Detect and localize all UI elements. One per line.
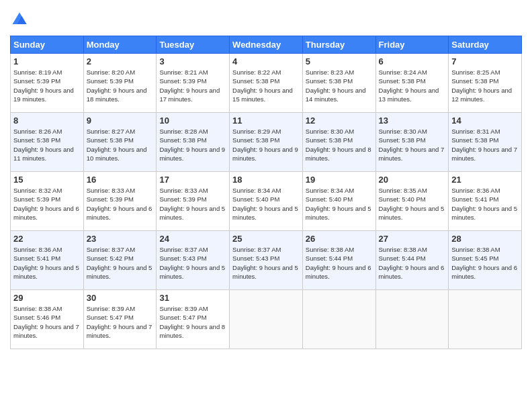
calendar-cell: 22 Sunrise: 8:36 AM Sunset: 5:41 PM Dayl… <box>11 231 84 290</box>
day-info: Sunrise: 8:37 AM Sunset: 5:42 PM Dayligh… <box>87 245 154 281</box>
day-number: 23 <box>87 234 154 244</box>
day-info: Sunrise: 8:31 AM Sunset: 5:38 PM Dayligh… <box>451 127 519 163</box>
calendar-cell <box>230 290 303 349</box>
day-number: 20 <box>379 175 446 185</box>
calendar-cell: 25 Sunrise: 8:37 AM Sunset: 5:43 PM Dayl… <box>230 231 303 290</box>
day-info: Sunrise: 8:33 AM Sunset: 5:39 PM Dayligh… <box>159 186 226 222</box>
calendar-cell: 20 Sunrise: 8:35 AM Sunset: 5:40 PM Dayl… <box>375 172 449 231</box>
day-number: 29 <box>13 293 81 303</box>
day-info: Sunrise: 8:26 AM Sunset: 5:38 PM Dayligh… <box>13 127 81 163</box>
calendar-cell <box>375 290 449 349</box>
calendar-cell: 14 Sunrise: 8:31 AM Sunset: 5:38 PM Dayl… <box>449 113 522 172</box>
calendar-cell: 18 Sunrise: 8:34 AM Sunset: 5:40 PM Dayl… <box>230 172 303 231</box>
calendar-cell <box>302 290 375 349</box>
day-number: 27 <box>379 234 446 244</box>
calendar-cell: 7 Sunrise: 8:25 AM Sunset: 5:38 PM Dayli… <box>449 54 522 113</box>
calendar-cell: 12 Sunrise: 8:30 AM Sunset: 5:38 PM Dayl… <box>302 113 375 172</box>
day-info: Sunrise: 8:38 AM Sunset: 5:44 PM Dayligh… <box>306 245 373 281</box>
day-number: 28 <box>451 234 519 244</box>
day-info: Sunrise: 8:27 AM Sunset: 5:38 PM Dayligh… <box>87 127 154 163</box>
calendar-cell: 3 Sunrise: 8:21 AM Sunset: 5:39 PM Dayli… <box>157 54 230 113</box>
day-info: Sunrise: 8:35 AM Sunset: 5:40 PM Dayligh… <box>379 186 446 222</box>
day-info: Sunrise: 8:38 AM Sunset: 5:45 PM Dayligh… <box>451 245 519 281</box>
calendar-week-4: 22 Sunrise: 8:36 AM Sunset: 5:41 PM Dayl… <box>11 231 522 290</box>
calendar-cell: 1 Sunrise: 8:19 AM Sunset: 5:39 PM Dayli… <box>11 54 84 113</box>
calendar-header-friday: Friday <box>375 36 449 54</box>
day-number: 15 <box>13 175 81 185</box>
calendar-cell: 15 Sunrise: 8:32 AM Sunset: 5:39 PM Dayl… <box>11 172 84 231</box>
day-number: 24 <box>159 234 226 244</box>
calendar-cell: 28 Sunrise: 8:38 AM Sunset: 5:45 PM Dayl… <box>449 231 522 290</box>
calendar-cell: 29 Sunrise: 8:38 AM Sunset: 5:46 PM Dayl… <box>11 290 84 349</box>
calendar-cell: 11 Sunrise: 8:29 AM Sunset: 5:38 PM Dayl… <box>230 113 303 172</box>
calendar-cell: 10 Sunrise: 8:28 AM Sunset: 5:38 PM Dayl… <box>157 113 230 172</box>
day-number: 9 <box>87 116 154 126</box>
day-number: 5 <box>306 56 373 66</box>
day-number: 26 <box>306 234 373 244</box>
day-info: Sunrise: 8:33 AM Sunset: 5:39 PM Dayligh… <box>87 186 154 222</box>
calendar-cell: 24 Sunrise: 8:37 AM Sunset: 5:43 PM Dayl… <box>157 231 230 290</box>
day-number: 18 <box>232 175 300 185</box>
day-info: Sunrise: 8:37 AM Sunset: 5:43 PM Dayligh… <box>232 245 300 281</box>
calendar-week-3: 15 Sunrise: 8:32 AM Sunset: 5:39 PM Dayl… <box>11 172 522 231</box>
calendar-cell: 17 Sunrise: 8:33 AM Sunset: 5:39 PM Dayl… <box>157 172 230 231</box>
calendar-cell: 2 Sunrise: 8:20 AM Sunset: 5:39 PM Dayli… <box>83 54 157 113</box>
page-container: SundayMondayTuesdayWednesdayThursdayFrid… <box>0 0 532 356</box>
day-number: 25 <box>232 234 300 244</box>
calendar-cell: 16 Sunrise: 8:33 AM Sunset: 5:39 PM Dayl… <box>83 172 157 231</box>
calendar-header-tuesday: Tuesday <box>157 36 230 54</box>
day-number: 10 <box>159 116 226 126</box>
day-number: 19 <box>306 175 373 185</box>
calendar-cell: 27 Sunrise: 8:38 AM Sunset: 5:44 PM Dayl… <box>375 231 449 290</box>
calendar-cell: 26 Sunrise: 8:38 AM Sunset: 5:44 PM Dayl… <box>302 231 375 290</box>
day-number: 30 <box>87 293 154 303</box>
day-number: 12 <box>306 116 373 126</box>
day-info: Sunrise: 8:22 AM Sunset: 5:38 PM Dayligh… <box>232 68 300 103</box>
day-number: 7 <box>451 56 519 66</box>
day-number: 22 <box>13 234 81 244</box>
day-number: 17 <box>159 175 226 185</box>
day-number: 13 <box>379 116 446 126</box>
calendar-cell: 5 Sunrise: 8:23 AM Sunset: 5:38 PM Dayli… <box>302 54 375 113</box>
day-number: 8 <box>13 116 81 126</box>
logo-icon <box>10 10 29 29</box>
day-number: 16 <box>87 175 154 185</box>
logo <box>10 10 32 29</box>
day-info: Sunrise: 8:28 AM Sunset: 5:38 PM Dayligh… <box>159 127 226 163</box>
calendar-header-saturday: Saturday <box>449 36 522 54</box>
day-number: 1 <box>13 56 81 66</box>
calendar-header-thursday: Thursday <box>302 36 375 54</box>
calendar-header-monday: Monday <box>83 36 157 54</box>
day-number: 2 <box>87 56 154 66</box>
day-info: Sunrise: 8:34 AM Sunset: 5:40 PM Dayligh… <box>306 186 373 222</box>
calendar-cell <box>449 290 522 349</box>
day-info: Sunrise: 8:30 AM Sunset: 5:38 PM Dayligh… <box>379 127 446 163</box>
calendar-table: SundayMondayTuesdayWednesdayThursdayFrid… <box>10 36 522 349</box>
day-info: Sunrise: 8:19 AM Sunset: 5:39 PM Dayligh… <box>13 68 81 103</box>
day-info: Sunrise: 8:25 AM Sunset: 5:38 PM Dayligh… <box>451 68 519 103</box>
calendar-cell: 8 Sunrise: 8:26 AM Sunset: 5:38 PM Dayli… <box>11 113 84 172</box>
calendar-cell: 31 Sunrise: 8:39 AM Sunset: 5:47 PM Dayl… <box>157 290 230 349</box>
day-info: Sunrise: 8:29 AM Sunset: 5:38 PM Dayligh… <box>232 127 300 163</box>
calendar-cell: 13 Sunrise: 8:30 AM Sunset: 5:38 PM Dayl… <box>375 113 449 172</box>
calendar-cell: 9 Sunrise: 8:27 AM Sunset: 5:38 PM Dayli… <box>83 113 157 172</box>
day-info: Sunrise: 8:39 AM Sunset: 5:47 PM Dayligh… <box>87 304 154 340</box>
calendar-header-wednesday: Wednesday <box>230 36 303 54</box>
calendar-header-row: SundayMondayTuesdayWednesdayThursdayFrid… <box>11 36 522 54</box>
calendar-week-1: 1 Sunrise: 8:19 AM Sunset: 5:39 PM Dayli… <box>11 54 522 113</box>
day-info: Sunrise: 8:21 AM Sunset: 5:39 PM Dayligh… <box>159 68 226 103</box>
calendar-cell: 21 Sunrise: 8:36 AM Sunset: 5:41 PM Dayl… <box>449 172 522 231</box>
day-number: 11 <box>232 116 300 126</box>
calendar-week-2: 8 Sunrise: 8:26 AM Sunset: 5:38 PM Dayli… <box>11 113 522 172</box>
calendar-cell: 19 Sunrise: 8:34 AM Sunset: 5:40 PM Dayl… <box>302 172 375 231</box>
day-number: 3 <box>159 56 226 66</box>
calendar-cell: 30 Sunrise: 8:39 AM Sunset: 5:47 PM Dayl… <box>83 290 157 349</box>
day-info: Sunrise: 8:36 AM Sunset: 5:41 PM Dayligh… <box>13 245 81 281</box>
calendar-cell: 6 Sunrise: 8:24 AM Sunset: 5:38 PM Dayli… <box>375 54 449 113</box>
day-info: Sunrise: 8:30 AM Sunset: 5:38 PM Dayligh… <box>306 127 373 163</box>
day-info: Sunrise: 8:23 AM Sunset: 5:38 PM Dayligh… <box>306 68 373 103</box>
calendar-cell: 23 Sunrise: 8:37 AM Sunset: 5:42 PM Dayl… <box>83 231 157 290</box>
day-info: Sunrise: 8:37 AM Sunset: 5:43 PM Dayligh… <box>159 245 226 281</box>
day-number: 4 <box>232 56 300 66</box>
day-info: Sunrise: 8:39 AM Sunset: 5:47 PM Dayligh… <box>159 304 226 340</box>
